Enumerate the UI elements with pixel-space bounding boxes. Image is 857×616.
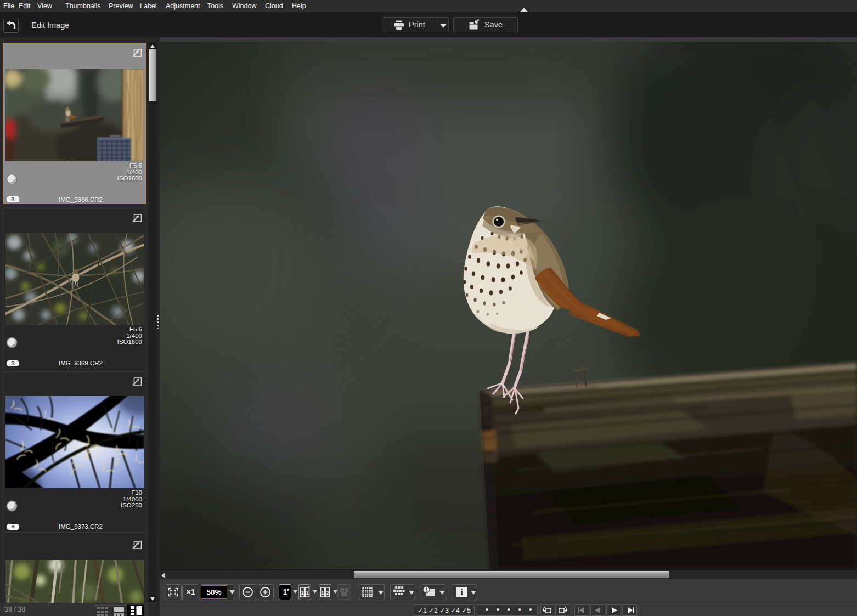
svg-text:2: 2 bbox=[326, 590, 329, 596]
svg-text:1: 1 bbox=[306, 590, 309, 596]
svg-text:!: ! bbox=[425, 587, 427, 593]
svg-text:1: 1 bbox=[301, 590, 304, 596]
svg-text:1: 1 bbox=[321, 590, 324, 596]
svg-text:*: * bbox=[308, 585, 311, 590]
